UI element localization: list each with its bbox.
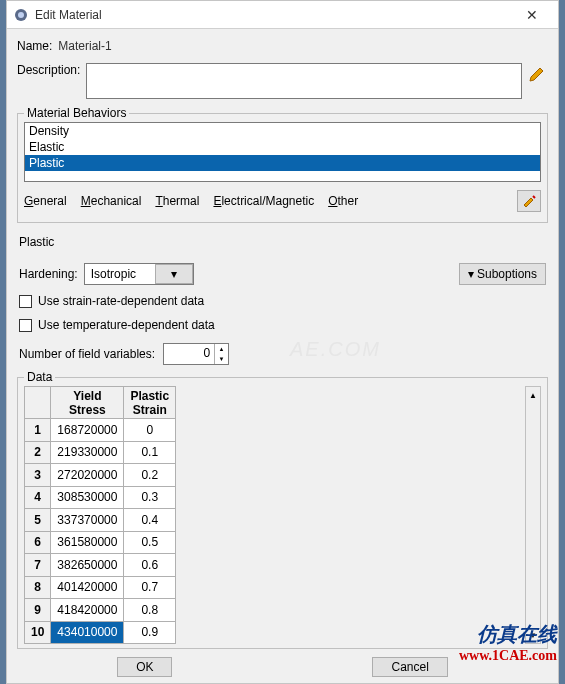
col-yield[interactable]: YieldStress xyxy=(51,387,124,419)
cancel-button[interactable]: Cancel xyxy=(372,657,447,677)
menu-other[interactable]: Other xyxy=(328,194,358,208)
behavior-item[interactable]: Density xyxy=(25,123,540,139)
cell-strain[interactable]: 0.6 xyxy=(124,554,176,577)
cell-strain[interactable]: 0.5 xyxy=(124,531,176,554)
app-icon xyxy=(13,7,29,23)
row-number[interactable]: 8 xyxy=(25,576,51,599)
ok-button[interactable]: OK xyxy=(117,657,172,677)
data-table[interactable]: YieldStressPlasticStrain1168720000022193… xyxy=(24,386,176,644)
name-row: Name: Material-1 xyxy=(17,39,548,53)
hardening-value: Isotropic xyxy=(85,267,155,281)
cell-strain[interactable]: 0.9 xyxy=(124,621,176,644)
temperature-row: Use temperature-dependent data xyxy=(19,318,546,332)
cell-strain[interactable]: 0.3 xyxy=(124,486,176,509)
hardening-label: Hardening: xyxy=(19,267,78,281)
titlebar[interactable]: Edit Material ✕ xyxy=(7,1,558,29)
cell-yield[interactable]: 219330000 xyxy=(51,441,124,464)
cell-strain[interactable]: 0.7 xyxy=(124,576,176,599)
chevron-down-icon[interactable]: ▾ xyxy=(155,264,193,284)
delete-behavior-button[interactable] xyxy=(517,190,541,212)
cell-strain[interactable]: 0.8 xyxy=(124,599,176,622)
description-label: Description: xyxy=(17,63,80,77)
row-number[interactable]: 2 xyxy=(25,441,51,464)
row-number[interactable]: 5 xyxy=(25,509,51,532)
cell-yield[interactable]: 382650000 xyxy=(51,554,124,577)
cell-strain[interactable]: 0.1 xyxy=(124,441,176,464)
name-value: Material-1 xyxy=(58,39,111,53)
col-strain[interactable]: PlasticStrain xyxy=(124,387,176,419)
cell-strain[interactable]: 0.2 xyxy=(124,464,176,487)
scroll-down-icon[interactable]: ▼ xyxy=(526,627,540,643)
strain-rate-checkbox[interactable] xyxy=(19,295,32,308)
cell-yield[interactable]: 361580000 xyxy=(51,531,124,554)
numvars-spinner[interactable]: 0 ▲ ▼ xyxy=(163,343,229,365)
spinner-down[interactable]: ▼ xyxy=(215,354,228,364)
numvars-label: Number of field variables: xyxy=(19,347,155,361)
triangle-icon: ▾ xyxy=(468,267,474,281)
row-number[interactable]: 6 xyxy=(25,531,51,554)
menu-general[interactable]: General xyxy=(24,194,67,208)
row-number[interactable]: 1 xyxy=(25,419,51,442)
suboptions-label: Suboptions xyxy=(477,267,537,281)
suboptions-button[interactable]: ▾ Suboptions xyxy=(459,263,546,285)
window-title: Edit Material xyxy=(35,8,512,22)
menu-electrical[interactable]: Electrical/Magnetic xyxy=(213,194,314,208)
behaviors-legend: Material Behaviors xyxy=(24,106,129,120)
data-legend: Data xyxy=(24,370,55,384)
row-number[interactable]: 9 xyxy=(25,599,51,622)
description-input[interactable] xyxy=(86,63,522,99)
spinner-up[interactable]: ▲ xyxy=(215,344,228,354)
name-label: Name: xyxy=(17,39,52,53)
strain-rate-label: Use strain-rate-dependent data xyxy=(38,294,204,308)
edit-material-dialog: Edit Material ✕ Name: Material-1 Descrip… xyxy=(6,0,559,684)
description-row: Description: xyxy=(17,63,548,99)
row-header-blank xyxy=(25,387,51,419)
behavior-item[interactable]: Elastic xyxy=(25,139,540,155)
cell-yield[interactable]: 308530000 xyxy=(51,486,124,509)
hardening-row: Hardening: Isotropic ▾ ▾ Suboptions xyxy=(19,263,546,285)
temperature-checkbox[interactable] xyxy=(19,319,32,332)
row-number[interactable]: 4 xyxy=(25,486,51,509)
footer: OK Cancel xyxy=(17,651,548,679)
scroll-up-icon[interactable]: ▲ xyxy=(526,387,540,403)
cell-yield[interactable]: 434010000 xyxy=(51,621,124,644)
material-behaviors-group: Material Behaviors DensityElasticPlastic… xyxy=(17,113,548,223)
data-group: Data YieldStressPlasticStrain11687200000… xyxy=(17,377,548,649)
menu-thermal[interactable]: Thermal xyxy=(155,194,199,208)
cell-yield[interactable]: 418420000 xyxy=(51,599,124,622)
strain-rate-row: Use strain-rate-dependent data xyxy=(19,294,546,308)
close-button[interactable]: ✕ xyxy=(512,2,552,28)
menu-mechanical[interactable]: Mechanical xyxy=(81,194,142,208)
svg-point-1 xyxy=(18,12,24,18)
hardening-select[interactable]: Isotropic ▾ xyxy=(84,263,194,285)
field-variables-row: Number of field variables: 0 ▲ ▼ xyxy=(19,343,546,365)
cell-yield[interactable]: 337370000 xyxy=(51,509,124,532)
cell-strain[interactable]: 0 xyxy=(124,419,176,442)
scrollbar-vertical[interactable]: ▲ ▼ xyxy=(525,386,541,644)
cell-strain[interactable]: 0.4 xyxy=(124,509,176,532)
behaviors-list[interactable]: DensityElasticPlastic xyxy=(24,122,541,182)
scroll-thumb[interactable] xyxy=(526,403,540,627)
section-title: Plastic xyxy=(19,235,548,249)
numvars-value[interactable]: 0 xyxy=(164,344,214,364)
row-number[interactable]: 3 xyxy=(25,464,51,487)
edit-description-button[interactable] xyxy=(528,63,548,83)
row-number[interactable]: 7 xyxy=(25,554,51,577)
row-number[interactable]: 10 xyxy=(25,621,51,644)
behavior-item[interactable]: Plastic xyxy=(25,155,540,171)
behavior-menubar: General Mechanical Thermal Electrical/Ma… xyxy=(18,188,547,218)
cell-yield[interactable]: 401420000 xyxy=(51,576,124,599)
temperature-label: Use temperature-dependent data xyxy=(38,318,215,332)
cell-yield[interactable]: 272020000 xyxy=(51,464,124,487)
cell-yield[interactable]: 168720000 xyxy=(51,419,124,442)
